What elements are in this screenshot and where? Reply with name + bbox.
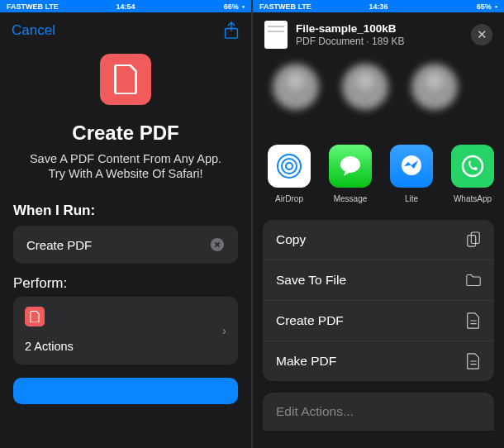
status-bar: FASTWEB LTE 14:54 66%▪ (0, 0, 251, 12)
shortcut-subtitle: Save A PDF Content From Any App. Try Wit… (25, 151, 226, 181)
when-run-value: Create PDF (26, 238, 92, 252)
action-save-to-file[interactable]: Save To File (263, 260, 494, 300)
clock: 14:36 (368, 2, 388, 11)
app-messages[interactable]: Message (327, 145, 373, 203)
actions-count: 2 Actions (25, 340, 226, 353)
file-icon (466, 312, 481, 329)
perform-title: Perform: (0, 264, 251, 297)
shortcut-title: Create PDF (25, 122, 226, 145)
avatar[interactable] (411, 64, 458, 110)
copy-icon (466, 231, 481, 248)
chevron-right-icon: › (222, 324, 226, 337)
app-messenger-lite[interactable]: Lite (388, 145, 435, 203)
add-shortcut-button[interactable] (13, 378, 238, 404)
battery: 65%▪ (477, 2, 497, 11)
avatar[interactable] (273, 64, 319, 110)
avatar[interactable] (342, 64, 388, 110)
status-bar: FASTWEB LTE 14:36 65%▪ (253, 0, 504, 12)
messages-icon (329, 145, 372, 188)
battery: 66%▪ (224, 2, 245, 11)
actions-list: Copy Save To File Create PDF Make PDF (263, 220, 494, 381)
when-run-row[interactable]: Create PDF (13, 226, 238, 264)
document-meta: PDF Document · 189 KB (296, 36, 463, 47)
contacts-row[interactable] (253, 57, 504, 138)
app-whatsapp[interactable]: WhatsApp (449, 145, 496, 203)
close-button[interactable]: ✕ (471, 24, 492, 45)
perform-card[interactable]: › 2 Actions (13, 297, 238, 365)
clear-icon[interactable] (210, 237, 225, 252)
svg-point-7 (463, 156, 483, 176)
svg-point-3 (282, 159, 297, 174)
shortcut-icon (100, 54, 151, 105)
carrier: FASTWEB LTE (259, 2, 311, 11)
clock: 14:54 (116, 2, 135, 11)
document-thumbnail (264, 21, 288, 49)
share-sheet-screen: FASTWEB LTE 14:36 65%▪ File-sample_100kB… (251, 0, 504, 448)
sheet-header: File-sample_100kB PDF Document · 189 KB … (253, 12, 504, 57)
app-airdrop[interactable]: AirDrop (266, 145, 312, 203)
svg-point-2 (286, 163, 292, 169)
folder-icon (466, 272, 481, 288)
action-make-pdf[interactable]: Make PDF (263, 341, 494, 381)
when-run-title: When I Run: (0, 188, 251, 226)
document-info: File-sample_100kB PDF Document · 189 KB (296, 22, 463, 48)
share-icon[interactable] (223, 21, 240, 40)
cancel-button[interactable]: Cancel (12, 22, 55, 39)
shortcut-detail-screen: FASTWEB LTE 14:54 66%▪ Cancel Create PDF… (0, 0, 251, 448)
messenger-icon (390, 145, 433, 188)
apps-row[interactable]: AirDrop Message Lite WhatsApp Me (253, 138, 504, 208)
edit-actions-button[interactable]: Edit Actions... (263, 393, 494, 431)
airdrop-icon (268, 145, 311, 188)
nav-bar: Cancel (0, 12, 251, 49)
document-icon (25, 307, 45, 326)
carrier: FASTWEB LTE (7, 2, 59, 11)
whatsapp-icon (451, 145, 494, 188)
svg-point-5 (340, 156, 360, 173)
file-icon (466, 353, 481, 369)
document-name: File-sample_100kB (296, 22, 463, 36)
action-create-pdf[interactable]: Create PDF (263, 300, 494, 341)
action-copy[interactable]: Copy (263, 220, 494, 260)
hero: Create PDF Save A PDF Content From Any A… (0, 49, 251, 188)
